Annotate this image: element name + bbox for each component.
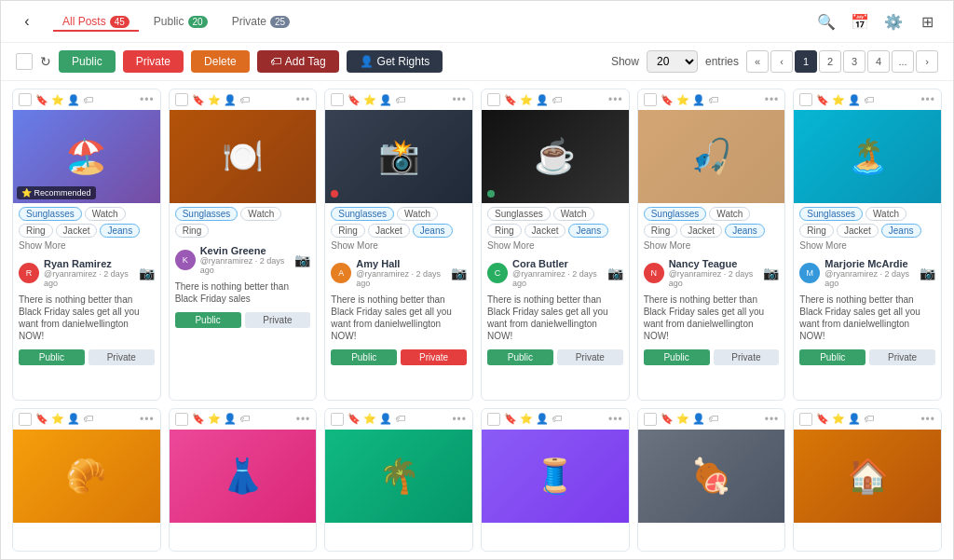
search-icon[interactable]: 🔍 [815, 10, 838, 33]
card-12-checkbox[interactable] [799, 413, 812, 426]
card-4-private-btn[interactable]: Private [557, 349, 623, 365]
tag-jeans[interactable]: Jeans [413, 224, 453, 238]
person-icon[interactable]: 👤 [848, 413, 861, 425]
card-6-more[interactable]: ••• [920, 93, 935, 106]
card-2-private-btn[interactable]: Private [245, 312, 311, 328]
tag-icon[interactable]: 🏷 [864, 94, 874, 106]
person-icon[interactable]: 👤 [379, 94, 392, 106]
card-5-checkbox[interactable] [644, 93, 657, 106]
tag-sunglasses[interactable]: Sunglasses [487, 207, 551, 221]
tag-ring[interactable]: Ring [331, 224, 365, 238]
card-10-checkbox[interactable] [487, 413, 500, 426]
tag-icon[interactable]: 🏷 [552, 94, 562, 106]
card-4-public-btn[interactable]: Public [487, 349, 553, 365]
card-3-private-btn[interactable]: Private [401, 349, 467, 365]
tag-watch[interactable]: Watch [85, 207, 126, 221]
tag-ring[interactable]: Ring [487, 224, 522, 238]
tag-sunglasses[interactable]: Sunglasses [644, 207, 707, 221]
tag-icon[interactable]: 🏷 [239, 413, 250, 425]
tag-ring[interactable]: Ring [799, 224, 834, 238]
show-more-tags[interactable]: Show More [19, 240, 66, 251]
tab-public[interactable]: Public 20 [144, 11, 217, 32]
person-icon[interactable]: 👤 [692, 94, 705, 106]
star-icon[interactable]: ⭐ [51, 94, 64, 106]
page-next[interactable]: › [916, 50, 938, 73]
page-2[interactable]: 2 [819, 50, 841, 73]
bookmark-icon[interactable]: 🔖 [348, 94, 361, 106]
tag-icon[interactable]: 🏷 [83, 94, 93, 106]
show-more-tags[interactable]: Show More [487, 240, 535, 251]
tag-icon[interactable]: 🏷 [395, 94, 405, 106]
card-5-more[interactable]: ••• [765, 93, 780, 106]
bookmark-icon[interactable]: 🔖 [192, 413, 205, 425]
tag-icon[interactable]: 🏷 [239, 94, 250, 106]
person-icon[interactable]: 👤 [379, 413, 392, 425]
bookmark-icon[interactable]: 🔖 [661, 413, 674, 425]
star-icon[interactable]: ⭐ [363, 94, 376, 106]
card-9-checkbox[interactable] [331, 413, 344, 426]
delete-button[interactable]: Delete [191, 50, 250, 73]
star-icon[interactable]: ⭐ [208, 94, 221, 106]
card-5-public-btn[interactable]: Public [644, 349, 710, 365]
card-8-more[interactable]: ••• [296, 413, 311, 426]
show-select[interactable]: 20 50 100 [647, 50, 698, 73]
star-icon[interactable]: ⭐ [832, 94, 845, 106]
bookmark-icon[interactable]: 🔖 [504, 94, 517, 106]
tag-icon[interactable]: 🏷 [864, 413, 874, 425]
tab-all-posts[interactable]: All Posts 45 [53, 11, 139, 32]
tag-watch[interactable]: Watch [709, 207, 750, 221]
tag-watch[interactable]: Watch [397, 207, 438, 221]
tag-sunglasses[interactable]: Sunglasses [19, 207, 82, 221]
bookmark-icon[interactable]: 🔖 [35, 413, 48, 425]
tag-jacket[interactable]: Jacket [837, 224, 879, 238]
back-button[interactable]: ‹ [16, 10, 38, 33]
tag-watch[interactable]: Watch [865, 207, 906, 221]
card-11-more[interactable]: ••• [765, 413, 780, 426]
tag-ring[interactable]: Ring [19, 224, 53, 238]
card-4-more[interactable]: ••• [608, 93, 623, 106]
show-more-tags[interactable]: Show More [331, 240, 378, 251]
tag-icon[interactable]: 🏷 [708, 94, 718, 106]
tag-watch[interactable]: Watch [240, 207, 281, 221]
person-icon[interactable]: 👤 [67, 94, 80, 106]
card-6-checkbox[interactable] [799, 93, 812, 106]
person-icon[interactable]: 👤 [848, 94, 861, 106]
card-6-public-btn[interactable]: Public [799, 349, 865, 365]
calendar-icon[interactable]: 📅 [849, 10, 871, 33]
bookmark-icon[interactable]: 🔖 [504, 413, 517, 425]
bookmark-icon[interactable]: 🔖 [661, 94, 674, 106]
card-1-more[interactable]: ••• [140, 93, 155, 106]
card-1-public-btn[interactable]: Public [19, 349, 85, 365]
bookmark-icon[interactable]: 🔖 [192, 94, 205, 106]
tag-jeans[interactable]: Jeans [100, 224, 140, 238]
person-icon[interactable]: 👤 [224, 94, 237, 106]
card-2-public-btn[interactable]: Public [175, 312, 241, 328]
card-2-more[interactable]: ••• [296, 93, 311, 106]
tag-sunglasses[interactable]: Sunglasses [175, 207, 238, 221]
grid-icon[interactable]: ⊞ [916, 10, 938, 33]
card-11-checkbox[interactable] [644, 413, 657, 426]
bookmark-icon[interactable]: 🔖 [816, 94, 829, 106]
show-more-tags[interactable]: Show More [799, 240, 847, 251]
tag-ring[interactable]: Ring [644, 224, 678, 238]
get-rights-button[interactable]: 👤 Get Rights [347, 50, 443, 73]
tag-jacket[interactable]: Jacket [56, 224, 98, 238]
tag-icon[interactable]: 🏷 [83, 413, 93, 425]
tag-jeans[interactable]: Jeans [725, 224, 765, 238]
tag-icon[interactable]: 🏷 [552, 413, 562, 425]
card-3-more[interactable]: ••• [452, 93, 467, 106]
tag-jacket[interactable]: Jacket [525, 224, 566, 238]
tag-icon[interactable]: 🏷 [708, 413, 718, 425]
show-more-tags[interactable]: Show More [644, 240, 691, 251]
page-first[interactable]: « [746, 50, 769, 73]
person-icon[interactable]: 👤 [224, 413, 237, 425]
star-icon[interactable]: ⭐ [208, 413, 221, 425]
bookmark-icon[interactable]: 🔖 [35, 94, 48, 106]
tag-ring[interactable]: Ring [175, 224, 210, 238]
bookmark-icon[interactable]: 🔖 [816, 413, 829, 425]
star-icon[interactable]: ⭐ [520, 413, 533, 425]
tab-private[interactable]: Private 25 [223, 11, 299, 32]
tag-icon[interactable]: 🏷 [395, 413, 405, 425]
tag-watch[interactable]: Watch [553, 207, 594, 221]
card-1-private-btn[interactable]: Private [89, 349, 155, 365]
